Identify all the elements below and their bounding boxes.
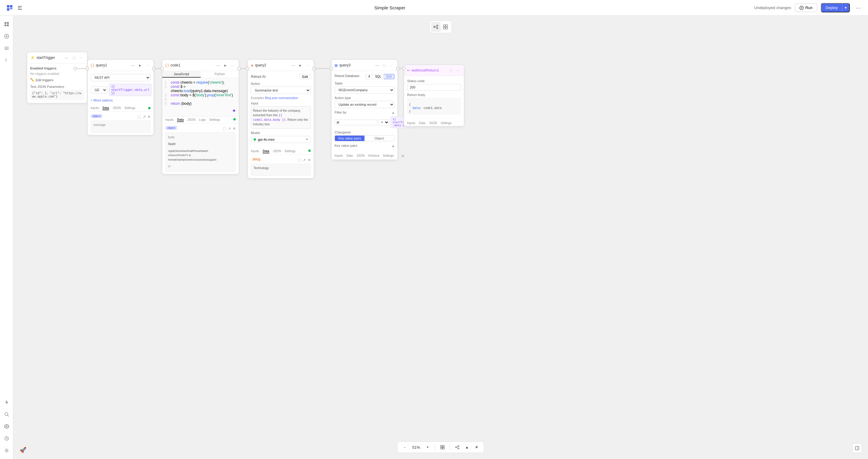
sidebar-item-lightning[interactable] — [2, 397, 11, 407]
q1-play-btn[interactable]: ▶ — [137, 62, 143, 68]
q1-tab-settings[interactable]: Settings — [125, 106, 135, 110]
c1-out-settings[interactable]: Settings — [209, 118, 220, 122]
c1-out-data[interactable]: Data — [177, 118, 184, 122]
q1-close-btn[interactable]: ✕ — [148, 115, 151, 119]
node-minimize-btn[interactable]: — — [63, 55, 69, 61]
q3-tab-data[interactable]: Data — [346, 154, 353, 158]
rocket-btn[interactable]: 🚀 — [18, 445, 28, 455]
zoom-out-btn[interactable]: - — [401, 444, 408, 451]
zoom-expand-btn[interactable] — [439, 444, 446, 451]
c1-expand2-btn[interactable]: ↗ — [228, 127, 231, 131]
c1-out-logs[interactable]: Logs — [199, 118, 206, 122]
q1-tab-json[interactable]: JSON — [113, 106, 121, 110]
q3-tab-json[interactable]: JSON — [356, 154, 365, 158]
q3-refresh-btn[interactable]: ↺ — [401, 154, 404, 158]
q3-if-btn[interactable]: if — [366, 74, 373, 79]
bottom-right-panel-btn[interactable] — [852, 443, 862, 453]
q2-close-btn[interactable]: ✕ — [308, 158, 311, 162]
q2-input-field[interactable]: Return the Industry of the company, extr… — [251, 106, 311, 129]
more-options-btn[interactable]: ⋯ — [854, 3, 863, 13]
c1-minimize-btn[interactable]: — — [215, 62, 221, 68]
q2-copy-btn[interactable]: ⬚ — [298, 158, 301, 162]
q1-more-options[interactable]: + More options — [91, 98, 151, 102]
q2-model-select[interactable]: gpt-4o-mini ▾ — [251, 136, 311, 143]
q2-edit-btn[interactable]: Edit — [300, 74, 311, 79]
node-expand-btn[interactable]: ⬚ — [71, 55, 77, 61]
q1-expand-btn[interactable]: ↗ — [143, 115, 146, 119]
wh-tab-json[interactable]: JSON — [429, 121, 437, 125]
q3-kv-tab[interactable]: Key value pairs — [335, 136, 365, 141]
q1-url-field[interactable]: {{ startTrigger.data.url }} — [109, 84, 151, 96]
q3-filter-op-select[interactable]: = — [378, 119, 389, 126]
q3-sql-btn[interactable]: SQL — [373, 74, 384, 79]
q3-action-select[interactable]: Update an existing record — [335, 101, 395, 108]
q3-table-select[interactable]: 001EnrichCompany — [335, 86, 395, 94]
svg-point-57 — [456, 447, 457, 448]
zoom-close-btn[interactable]: ✕ — [473, 444, 480, 451]
zoom-in-btn[interactable]: + — [424, 444, 431, 451]
q2-more-btn[interactable]: ⋯ — [305, 62, 311, 68]
wh-status-input[interactable] — [407, 84, 461, 91]
canvas-workflow-btn[interactable] — [431, 22, 441, 32]
q2-expand-btn[interactable]: ↗ — [303, 158, 306, 162]
q1-more-btn[interactable]: ⋯ — [145, 62, 151, 68]
sidebar-item-search[interactable] — [2, 409, 11, 419]
wh-tab-inputs[interactable]: Inputs — [407, 121, 415, 125]
q3-expand-btn[interactable]: ⬚ — [381, 62, 387, 68]
edit-triggers-btn[interactable]: ✏️ Edit triggers — [30, 78, 84, 82]
q1-tab-inputs[interactable]: Inputs — [91, 106, 99, 110]
q3-more-btn[interactable]: ⋯ — [389, 62, 395, 68]
c1-ai-btn[interactable]: ✦ — [232, 107, 236, 114]
q3-obj-tab[interactable]: Object — [365, 136, 394, 141]
q2-tab-settings[interactable]: Settings — [285, 150, 296, 154]
q1-copy-btn[interactable]: ⬚ — [137, 115, 141, 119]
c1-out-inputs[interactable]: Inputs — [165, 118, 174, 122]
wh-tab-settings[interactable]: Settings — [441, 121, 452, 125]
q3-tab-inputs[interactable]: Inputs — [335, 154, 343, 158]
q1-minimize-btn[interactable]: — — [130, 62, 136, 68]
zoom-workflow-btn[interactable] — [454, 444, 461, 451]
q2-minimize-btn[interactable]: — — [290, 62, 296, 68]
wh-more-btn[interactable]: ⋯ — [455, 67, 461, 73]
c1-close2-btn[interactable]: ✕ — [233, 127, 236, 131]
sidebar-item-function[interactable]: f — [2, 56, 11, 65]
q1-method-select[interactable]: GET — [91, 86, 107, 94]
wh-tab-data[interactable]: Data — [419, 121, 425, 125]
canvas-grid-btn[interactable] — [441, 22, 450, 32]
q3-add-kv-btn[interactable]: + — [392, 144, 395, 149]
sidebar-item-cube[interactable] — [2, 422, 11, 431]
sidebar-item-add[interactable] — [2, 31, 11, 41]
c1-more-btn[interactable]: ⋯ — [230, 62, 236, 68]
c1-tab-js[interactable]: JavaScript — [162, 71, 201, 77]
q1-tab-data[interactable]: Data — [102, 106, 109, 110]
sidebar-item-settings[interactable] — [2, 446, 11, 455]
run-button[interactable]: Run — [795, 3, 817, 12]
c1-copy2-btn[interactable]: ⬚ — [223, 127, 226, 131]
sidebar-item-home[interactable] — [2, 19, 11, 29]
wh-body-field[interactable]: { data: code1.data } — [407, 98, 461, 115]
sidebar-toggle-btn[interactable] — [14, 2, 25, 13]
zoom-up-btn[interactable]: ▴ — [463, 444, 471, 451]
q1-type-select[interactable]: REST API — [91, 74, 151, 81]
q2-play-btn[interactable]: ▶ — [298, 62, 304, 68]
c1-play-btn[interactable]: ▶ — [222, 62, 228, 68]
q3-tab-settings[interactable]: Settings — [383, 154, 394, 158]
q2-action-select[interactable]: Summarize text — [251, 87, 311, 94]
q2-examples-link[interactable]: Blog post summarization — [265, 96, 298, 100]
q3-add-filter-btn[interactable]: + — [392, 110, 395, 116]
q2-tab-data[interactable]: Data — [262, 150, 269, 154]
node-more-btn[interactable]: ⋯ — [78, 55, 84, 61]
c1-tab-py[interactable]: Python — [201, 71, 239, 77]
c1-out-json[interactable]: JSON — [187, 118, 195, 122]
sidebar-item-history[interactable] — [2, 434, 11, 443]
deploy-button[interactable]: Deploy ▾ — [821, 3, 850, 12]
q2-tab-json[interactable]: JSON — [273, 150, 281, 154]
q3-filter-field[interactable] — [335, 120, 377, 125]
q3-minimize-btn[interactable]: — — [374, 62, 380, 68]
sidebar-item-menu[interactable] — [2, 43, 11, 53]
q3-gui-btn[interactable]: GUI — [384, 74, 395, 79]
wh-expand-btn[interactable]: ⬚ — [447, 67, 454, 73]
zoom-level-display: 51% — [411, 445, 422, 450]
q2-tab-inputs[interactable]: Inputs — [251, 150, 259, 154]
q3-tab-schema[interactable]: Schema — [368, 154, 379, 158]
